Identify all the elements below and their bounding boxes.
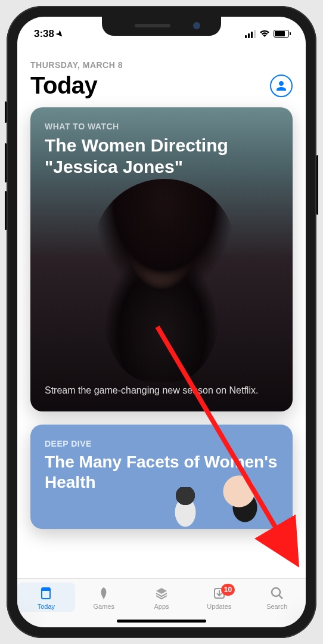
tab-label: Updates bbox=[207, 603, 231, 610]
card-title: The Many Facets of Women's Health bbox=[45, 452, 278, 492]
svg-line-5 bbox=[279, 595, 282, 599]
date-label: THURSDAY, MARCH 8 bbox=[30, 60, 293, 70]
tab-label: Search bbox=[266, 603, 287, 610]
rocket-icon bbox=[95, 585, 112, 602]
content-scroll[interactable]: THURSDAY, MARCH 8 Today WHAT TO WATCH Th… bbox=[17, 44, 306, 578]
screen: 3:38 ➤ THURSDAY, MARCH 8 Today bbox=[17, 17, 306, 627]
person-icon bbox=[274, 79, 288, 93]
status-left: 3:38 ➤ bbox=[34, 28, 64, 40]
tab-updates[interactable]: 10 Updates bbox=[190, 583, 248, 612]
card-kicker: DEEP DIVE bbox=[45, 439, 278, 448]
header-row: Today bbox=[30, 72, 293, 99]
svg-point-4 bbox=[272, 588, 280, 596]
tab-label: Today bbox=[38, 603, 55, 610]
tab-label: Apps bbox=[154, 603, 169, 610]
tab-label: Games bbox=[93, 603, 114, 610]
status-right bbox=[245, 30, 289, 38]
secondary-card[interactable]: DEEP DIVE The Many Facets of Women's Hea… bbox=[30, 425, 293, 529]
tab-search[interactable]: Search bbox=[248, 583, 306, 612]
featured-card[interactable]: WHAT TO WATCH The Women Directing "Jessi… bbox=[30, 107, 293, 411]
tab-today[interactable]: Today bbox=[17, 583, 75, 612]
profile-button[interactable] bbox=[270, 75, 293, 97]
volume-down-button bbox=[5, 191, 7, 230]
battery-icon bbox=[274, 30, 289, 38]
layers-icon bbox=[153, 585, 170, 602]
illustration bbox=[167, 487, 203, 529]
svg-rect-2 bbox=[42, 588, 50, 591]
power-button bbox=[316, 155, 318, 215]
notch bbox=[102, 17, 221, 36]
search-icon bbox=[269, 585, 285, 602]
location-icon: ➤ bbox=[54, 28, 66, 40]
tab-apps[interactable]: Apps bbox=[133, 583, 191, 612]
home-indicator[interactable] bbox=[117, 620, 206, 623]
volume-up-button bbox=[5, 143, 7, 182]
phone-frame: 3:38 ➤ THURSDAY, MARCH 8 Today bbox=[7, 6, 316, 638]
today-icon bbox=[38, 585, 54, 602]
card-title: The Women Directing "Jessica Jones" bbox=[45, 135, 278, 178]
status-time: 3:38 bbox=[34, 28, 54, 40]
silent-switch bbox=[5, 101, 7, 123]
card-subtitle: Stream the game-changing new season on N… bbox=[45, 384, 278, 397]
updates-badge: 10 bbox=[221, 584, 235, 596]
tab-games[interactable]: Games bbox=[75, 583, 133, 612]
wifi-icon bbox=[259, 30, 270, 38]
cellular-icon bbox=[245, 30, 256, 38]
card-kicker: WHAT TO WATCH bbox=[45, 122, 278, 131]
page-title: Today bbox=[30, 72, 97, 99]
